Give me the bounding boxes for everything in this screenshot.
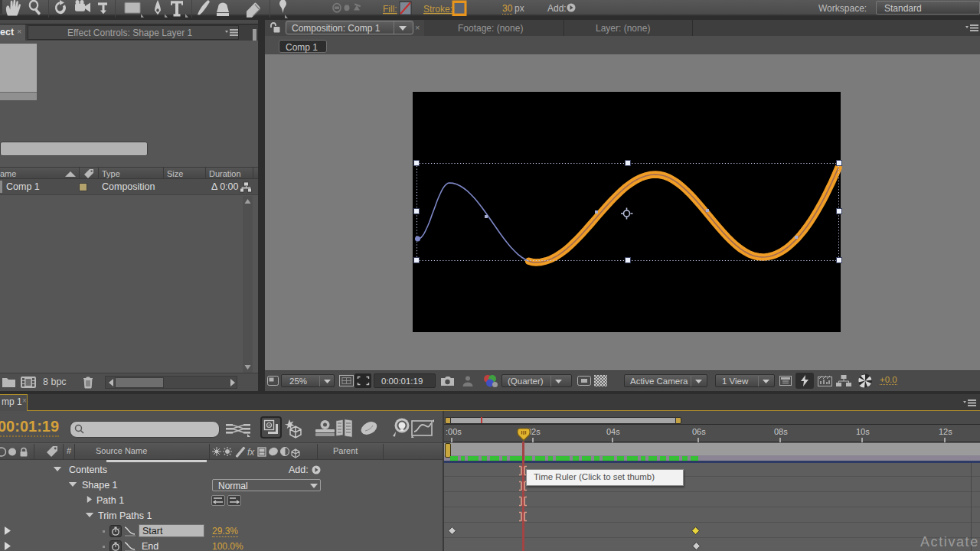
- svg-text:Stroke:: Stroke:: [423, 2, 452, 15]
- svg-text:Fill:: Fill:: [383, 2, 397, 15]
- svg-text:fx: fx: [247, 447, 255, 458]
